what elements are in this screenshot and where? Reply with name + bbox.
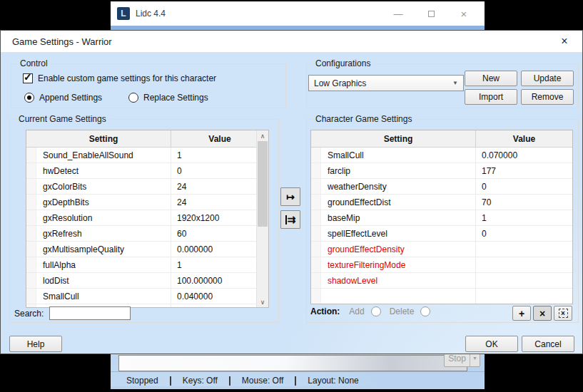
help-button[interactable]: Help <box>9 336 62 352</box>
value-cell: 0 <box>476 179 572 194</box>
action-add-radio[interactable] <box>371 306 381 316</box>
maximize-button[interactable] <box>419 1 443 26</box>
status-state: Stopped <box>126 376 158 386</box>
setting-cell: Sound_EnableAllSound <box>36 148 171 163</box>
remove-button[interactable]: Remove <box>521 89 574 105</box>
log-strip <box>118 355 467 371</box>
action-delete-radio[interactable] <box>420 306 430 316</box>
search-label: Search: <box>14 309 44 319</box>
clear-all-icon: × <box>559 309 568 318</box>
setting-cell: textureFilteringMode <box>321 257 476 272</box>
table-row[interactable]: Sound_EnableAllSound1 <box>26 148 268 163</box>
table-row[interactable]: gxColorBits24 <box>26 179 268 195</box>
setting-cell <box>321 289 476 304</box>
search-input[interactable] <box>49 306 131 320</box>
import-button[interactable]: Import <box>465 89 517 105</box>
value-cell: 1 <box>171 148 268 163</box>
setting-cell: hwDetect <box>36 163 171 178</box>
setting-cell: SmallCull <box>321 148 476 163</box>
setting-column-header: Setting <box>321 130 476 147</box>
control-group-label: Control <box>17 58 51 68</box>
cancel-button[interactable]: Cancel <box>522 336 574 352</box>
table-row[interactable]: gxRefresh60 <box>26 226 268 242</box>
value-cell <box>476 257 572 272</box>
configuration-selected-value: Low Graphics <box>314 78 366 88</box>
table-row[interactable] <box>311 289 572 304</box>
table-row[interactable]: lodDist100.000000 <box>26 273 268 289</box>
vertical-scrollbar[interactable]: ∧ ∨ <box>256 130 268 307</box>
table-body: SmallCull0.070000farclip177weatherDensit… <box>311 148 572 304</box>
table-header: Setting Value <box>26 130 268 148</box>
append-settings-radio[interactable] <box>24 93 34 103</box>
value-cell: 1 <box>171 257 268 272</box>
row-selector <box>26 179 36 194</box>
row-selector <box>26 210 36 225</box>
table-header: Setting Value <box>311 130 572 148</box>
table-row[interactable]: spellEffectLevel0 <box>311 226 572 242</box>
app-close-button[interactable]: × <box>452 1 476 26</box>
move-all-right-button[interactable]: ⇉ <box>280 210 300 229</box>
clear-all-button[interactable]: × <box>554 306 572 321</box>
value-cell: 24 <box>171 195 268 210</box>
dialog-close-button[interactable]: × <box>554 31 575 52</box>
table-row[interactable]: baseMip1 <box>311 210 572 226</box>
row-selector <box>26 148 36 163</box>
table-row[interactable]: hwDetect0 <box>26 163 268 179</box>
row-selector <box>26 195 36 210</box>
row-selector <box>26 257 36 272</box>
setting-cell: gxResolution <box>36 210 171 225</box>
action-add-label: Add <box>349 306 364 316</box>
replace-settings-radio[interactable] <box>128 93 138 103</box>
table-row[interactable]: groundEffectDensity <box>311 242 572 257</box>
character-settings-group-label: Character Game Settings <box>313 114 415 124</box>
row-selector <box>311 289 321 304</box>
row-selector <box>311 257 321 272</box>
scroll-up-icon[interactable]: ∧ <box>257 130 268 141</box>
table-row[interactable]: gxMultisampleQuality0.000000 <box>26 242 268 257</box>
update-button[interactable]: Update <box>521 71 574 86</box>
configurations-group-label: Configurations <box>313 58 373 68</box>
dialog-titlebar: Game Settings - Warrior × <box>1 31 582 52</box>
configuration-select[interactable]: Low Graphics ▼ <box>308 75 464 91</box>
scrollbar-thumb[interactable] <box>258 141 268 227</box>
configurations-group: Configurations Low Graphics ▼ New Update… <box>306 63 579 108</box>
table-row[interactable]: shadowLevel <box>311 273 572 289</box>
setting-cell: shadowLevel <box>321 273 476 288</box>
setting-cell: spellEffectLevel <box>321 226 476 241</box>
app-titlebar: L Lidc 4.4 — × <box>111 1 485 26</box>
check-icon: ✓ <box>24 71 32 83</box>
table-row[interactable]: gxResolution1920x1200 <box>26 210 268 226</box>
action-label: Action: <box>310 306 340 316</box>
control-group: Control ✓ Enable custom game settings fo… <box>11 63 286 108</box>
row-selector <box>311 242 321 257</box>
current-settings-table: Setting Value Sound_EnableAllSound1hwDet… <box>26 130 269 308</box>
delete-setting-button[interactable]: × <box>533 306 552 321</box>
row-selector <box>26 273 36 288</box>
setting-cell: groundEffectDensity <box>321 242 476 257</box>
table-row[interactable]: SmallCull0.040000 <box>26 289 268 304</box>
table-row[interactable]: groundEffectDist70 <box>311 195 572 210</box>
setting-cell: gxDepthBits <box>36 195 171 210</box>
panel-divider <box>111 371 485 372</box>
value-cell: 0.000000 <box>171 242 268 257</box>
table-row[interactable]: farclip177 <box>311 163 572 179</box>
table-row[interactable]: weatherDensity0 <box>311 179 572 195</box>
value-cell: 500.000000 <box>171 304 268 308</box>
table-row[interactable]: textureFilteringMode <box>311 257 572 273</box>
scroll-down-icon[interactable]: ∨ <box>257 296 268 307</box>
table-row[interactable]: fullAlpha1 <box>26 257 268 273</box>
setting-cell: weatherDensity <box>321 179 476 194</box>
row-selector <box>311 210 321 225</box>
minimize-button[interactable]: — <box>386 1 410 26</box>
ok-button[interactable]: OK <box>465 336 518 352</box>
value-cell <box>476 242 572 257</box>
table-row[interactable]: gxDepthBits24 <box>26 195 268 210</box>
move-selected-right-button[interactable]: ↦ <box>280 187 300 206</box>
new-button[interactable]: New <box>465 71 517 86</box>
game-settings-dialog: Game Settings - Warrior × Control ✓ Enab… <box>0 30 583 354</box>
add-setting-button[interactable]: + <box>512 306 531 321</box>
setting-cell: fullAlpha <box>36 257 171 272</box>
maximize-icon <box>428 11 435 17</box>
enable-custom-settings-checkbox[interactable]: ✓ <box>23 73 33 83</box>
table-row[interactable]: SmallCull0.070000 <box>311 148 572 163</box>
